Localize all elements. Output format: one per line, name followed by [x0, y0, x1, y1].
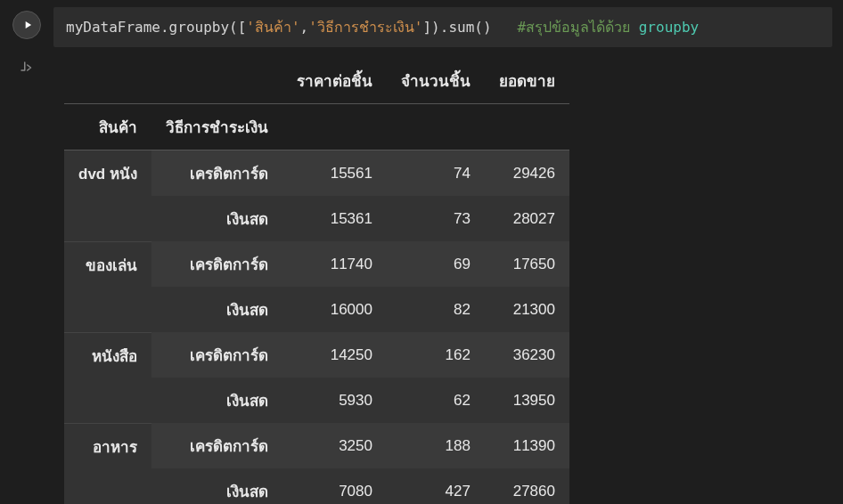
col-header: ราคาต่อชิ้น — [282, 58, 387, 104]
data-cell: 188 — [387, 423, 485, 468]
run-button[interactable] — [12, 11, 41, 39]
index-header-row: สินค้า วิธีการชำระเงิน — [64, 104, 569, 150]
data-cell: 427 — [387, 468, 485, 504]
product-index: dvd หนัง — [64, 150, 151, 242]
table-row: ของเล่นเครดิตการ์ด117406917650 — [64, 241, 569, 287]
table-row: อาหารเครดิตการ์ด325018811390 — [64, 423, 569, 468]
input-gutter — [0, 7, 53, 47]
data-cell: 17650 — [485, 241, 569, 287]
data-cell: 3250 — [282, 423, 387, 468]
payment-index: เครดิตการ์ด — [151, 332, 282, 378]
payment-index: เครดิตการ์ด — [151, 423, 282, 468]
index-header: วิธีการชำระเงิน — [151, 104, 282, 150]
code-line: myDataFrame.groupby(['สินค้า','วิธีการชำ… — [66, 19, 699, 36]
data-cell: 27860 — [485, 468, 569, 504]
product-index: ของเล่น — [64, 241, 151, 332]
output-area: ราคาต่อชิ้น จำนวนชิ้น ยอดขาย สินค้า วิธี… — [53, 53, 843, 504]
data-cell: 36230 — [485, 332, 569, 378]
input-cell: myDataFrame.groupby(['สินค้า','วิธีการชำ… — [0, 0, 843, 47]
data-cell: 11740 — [282, 241, 387, 287]
data-cell: 82 — [387, 287, 485, 332]
table-row: dvd หนังเครดิตการ์ด155617429426 — [64, 150, 569, 197]
play-icon — [21, 19, 34, 31]
data-cell: 15361 — [282, 196, 387, 241]
output-gutter — [0, 53, 53, 504]
data-cell: 16000 — [282, 287, 387, 332]
table-row: หนังสือเครดิตการ์ด1425016236230 — [64, 332, 569, 378]
product-index: หนังสือ — [64, 332, 151, 423]
data-cell: 73 — [387, 196, 485, 241]
payment-index: เครดิตการ์ด — [151, 150, 282, 197]
payment-index: เงินสด — [151, 468, 282, 504]
data-cell: 7080 — [282, 468, 387, 504]
data-cell: 5930 — [282, 378, 387, 423]
output-arrow-icon[interactable] — [19, 60, 35, 76]
payment-index: เงินสด — [151, 287, 282, 332]
data-cell: 162 — [387, 332, 485, 378]
data-cell: 14250 — [282, 332, 387, 378]
data-cell: 13950 — [485, 378, 569, 423]
col-header: ยอดขาย — [485, 58, 569, 104]
data-cell: 21300 — [485, 287, 569, 332]
index-header: สินค้า — [64, 104, 151, 150]
payment-index: เงินสด — [151, 196, 282, 241]
output-cell: ราคาต่อชิ้น จำนวนชิ้น ยอดขาย สินค้า วิธี… — [0, 53, 843, 504]
column-header-row: ราคาต่อชิ้น จำนวนชิ้น ยอดขาย — [64, 58, 569, 104]
payment-index: เงินสด — [151, 378, 282, 423]
data-cell: 28027 — [485, 196, 569, 241]
payment-index: เครดิตการ์ด — [151, 241, 282, 287]
data-cell: 15561 — [282, 150, 387, 197]
col-header: จำนวนชิ้น — [387, 58, 485, 104]
data-cell: 11390 — [485, 423, 569, 468]
data-cell: 74 — [387, 150, 485, 197]
data-cell: 62 — [387, 378, 485, 423]
data-cell: 29426 — [485, 150, 569, 197]
code-editor[interactable]: myDataFrame.groupby(['สินค้า','วิธีการชำ… — [53, 7, 832, 47]
product-index: อาหาร — [64, 423, 151, 504]
dataframe-table: ราคาต่อชิ้น จำนวนชิ้น ยอดขาย สินค้า วิธี… — [64, 58, 569, 504]
data-cell: 69 — [387, 241, 485, 287]
